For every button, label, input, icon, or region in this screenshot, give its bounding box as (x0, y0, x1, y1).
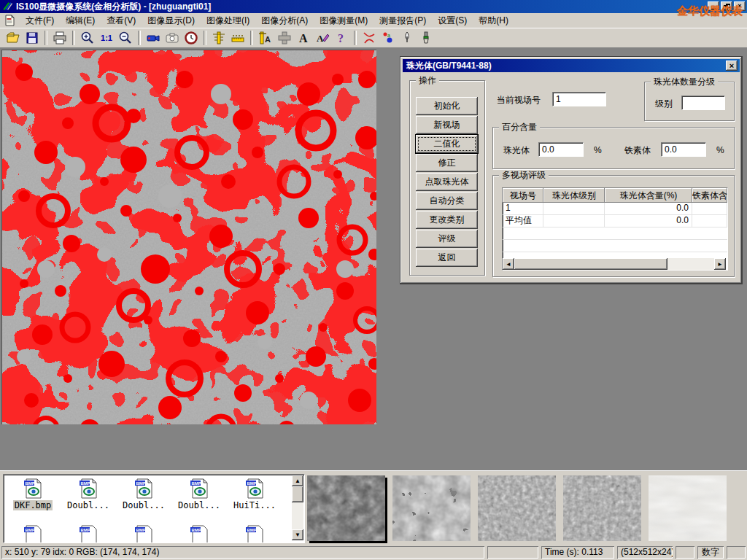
zoom-in-button[interactable] (78, 29, 97, 47)
table-row[interactable]: 平均值 0.0 (503, 215, 727, 228)
svg-text:BMP: BMP (192, 481, 201, 486)
dialog-close-button[interactable]: × (726, 61, 738, 71)
open-folder-icon (6, 31, 20, 45)
svg-text:BMP: BMP (247, 481, 257, 486)
phase-dots-icon: a (381, 31, 395, 45)
scroll-up-arrow[interactable]: ▲ (292, 475, 303, 486)
toolbar-separator (354, 31, 357, 45)
file-item[interactable]: BMP (116, 524, 171, 543)
measure-label-button[interactable]: A (256, 29, 275, 47)
menu-help[interactable]: 帮助(H) (473, 13, 514, 28)
scroll-down-arrow[interactable]: ▼ (292, 529, 303, 540)
menu-view[interactable]: 查看(V) (101, 13, 142, 28)
initialize-button[interactable]: 初始化 (416, 97, 478, 115)
percent-group-label: 百分含量 (499, 122, 540, 133)
level-input[interactable] (681, 96, 725, 110)
minimize-button[interactable] (708, 1, 719, 11)
scroll-thumb[interactable] (514, 258, 667, 270)
actual-size-button[interactable]: 1:1 (97, 29, 116, 47)
ferrite-input[interactable]: 0.0 (661, 142, 706, 157)
red-curve-icon (362, 31, 376, 45)
letter-a-icon: A (296, 31, 311, 45)
return-button[interactable]: 返回 (416, 249, 478, 267)
table-row-empty (503, 240, 727, 252)
status-empty-2 (676, 546, 694, 559)
thumbnail-1[interactable] (307, 475, 385, 541)
zoom-out-icon (118, 31, 133, 45)
print-button[interactable] (50, 29, 69, 47)
status-mode: 数字 (697, 546, 724, 559)
dialog-title: 珠光体(GB/T9441-88) (406, 60, 492, 72)
thumbnail-4[interactable] (563, 475, 641, 541)
menu-settings[interactable]: 设置(S) (432, 13, 473, 28)
toolbar-separator (44, 31, 47, 45)
fill-brush-button[interactable] (417, 29, 436, 47)
caliper-button[interactable] (209, 29, 228, 47)
pick-pearlite-button[interactable]: 点取珠光体 (416, 173, 478, 191)
ferrite-unit: % (716, 145, 724, 155)
thumbnail-2[interactable] (392, 475, 471, 541)
change-class-button[interactable]: 更改类别 (416, 211, 478, 229)
close-button[interactable]: × (734, 1, 746, 11)
document-icon[interactable] (4, 15, 15, 26)
timer-button[interactable] (182, 29, 201, 47)
video-capture-button[interactable] (144, 29, 163, 47)
save-button[interactable] (23, 29, 42, 47)
file-item[interactable]: BMP DKF.bmp (5, 478, 61, 510)
correct-button[interactable]: 修正 (416, 154, 478, 172)
thumbnail-5[interactable] (649, 475, 727, 541)
scroll-right-arrow[interactable]: ► (714, 258, 726, 270)
menu-image-measure[interactable]: 图像测量(M) (314, 13, 374, 28)
svg-text:A: A (317, 33, 324, 44)
merge-button[interactable] (275, 29, 294, 47)
metallograph-image[interactable] (1, 50, 376, 424)
zoom-out-button[interactable] (116, 29, 135, 47)
menu-image-display[interactable]: 图像显示(D) (142, 13, 201, 28)
restore-button[interactable] (721, 1, 732, 11)
file-item[interactable]: BMP HuiTi... (227, 478, 282, 510)
brush-icon (419, 31, 433, 45)
operation-group: 操作 初始化 新视场 二值化 修正 点取珠光体 自动分类 更改类别 评级 返回 (409, 80, 485, 276)
scroll-thumb[interactable] (292, 486, 303, 502)
menu-file[interactable]: 文件(F) (20, 13, 60, 28)
file-item[interactable]: BMP (171, 524, 227, 543)
current-field-input[interactable]: 1 (552, 92, 606, 106)
file-item[interactable]: BMP Doubl... (116, 478, 171, 510)
status-coords: x: 510 y: 79 idx: 0 RGB: (174, 174, 174) (1, 546, 484, 559)
snapshot-button[interactable] (163, 29, 182, 47)
file-item[interactable]: BMP (61, 524, 116, 543)
annotate-button[interactable]: A (313, 29, 332, 47)
thumbnail-3[interactable] (478, 475, 556, 541)
ruler-button[interactable] (228, 29, 247, 47)
cell-grade (543, 215, 605, 227)
dialog-title-bar[interactable]: 珠光体(GB/T9441-88) × (403, 59, 740, 72)
menu-edit[interactable]: 编辑(E) (60, 13, 101, 28)
draw-pen-button[interactable] (398, 29, 417, 47)
svg-text:BMP: BMP (81, 481, 90, 486)
curve-split-button[interactable] (360, 29, 379, 47)
open-button[interactable] (4, 29, 23, 47)
table-horizontal-scrollbar[interactable]: ◄ ► (503, 258, 726, 270)
binarize-button[interactable]: 二值化 (416, 135, 478, 153)
file-item[interactable]: BMP Doubl... (61, 478, 116, 510)
help-button[interactable]: ? (332, 29, 351, 47)
new-field-button[interactable]: 新视场 (416, 116, 478, 134)
file-item[interactable]: BMP (5, 524, 61, 543)
file-item[interactable]: BMP Doubl... (171, 478, 227, 510)
pearlite-input[interactable]: 0.0 (538, 142, 584, 157)
vertical-caliper-icon (212, 31, 226, 45)
app-icon (2, 1, 13, 12)
menu-image-analysis[interactable]: 图像分析(A) (255, 13, 314, 28)
scroll-left-arrow[interactable]: ◄ (503, 258, 514, 270)
menu-measure-report[interactable]: 测量报告(P) (374, 13, 432, 28)
actual-size-label: 1:1 (101, 34, 112, 42)
file-item[interactable]: BMP (227, 524, 282, 543)
table-row[interactable]: 1 0.0 (503, 203, 727, 215)
file-list-scrollbar[interactable]: ▲ ▼ (292, 475, 303, 540)
auto-classify-button[interactable]: 自动分类 (416, 192, 478, 210)
grade-button[interactable]: 评级 (416, 230, 478, 248)
menu-image-process[interactable]: 图像处理(I) (201, 13, 255, 28)
phase-mark-button[interactable]: a (379, 29, 398, 47)
text-button[interactable]: A (294, 29, 313, 47)
cell-field: 1 (503, 203, 543, 214)
